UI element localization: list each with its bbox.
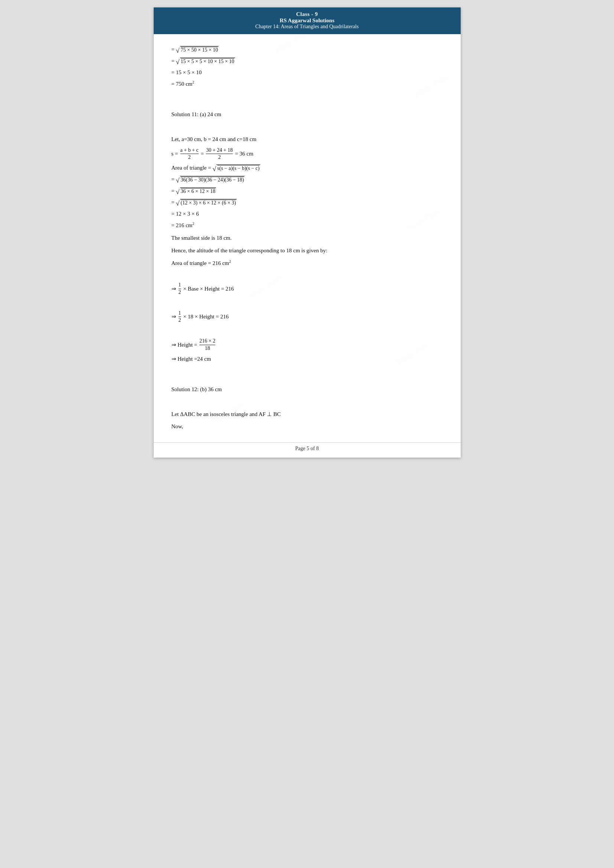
sol11-given: Let, a=30 cm, b = 24 cm and c=18 cm bbox=[172, 135, 443, 144]
cont-line-3: = 15 × 5 × 10 bbox=[172, 68, 443, 78]
cont-line-4: = 750 cm2 bbox=[172, 79, 443, 89]
sol11-text2: Hence, the altitude of the triangle corr… bbox=[172, 246, 443, 256]
sol11-area-value: Area of triangle = 216 cm2 bbox=[172, 258, 443, 268]
solution11-section: Solution 11: (a) 24 cm Let, a=30 cm, b =… bbox=[172, 110, 443, 364]
sol11-step-b: ⇒ 1 2 × 18 × Height = 216 bbox=[172, 310, 443, 324]
sol11-step-c: ⇒ Height = 216 × 2 18 bbox=[172, 338, 443, 352]
solution12-heading: Solution 12: (b) 36 cm bbox=[172, 384, 443, 394]
solution12-answer: (b) 36 cm bbox=[200, 386, 222, 392]
book-label: RS Aggarwal Solutions bbox=[161, 17, 453, 24]
solution11-answer: (a) 24 cm bbox=[200, 111, 221, 117]
sol12-line1: Let ΔABC be an isosceles triangle and AF… bbox=[172, 410, 443, 419]
page-number: Page 5 of 8 bbox=[295, 446, 318, 451]
chapter-label: Chapter 14: Areas of Triangles and Quadr… bbox=[161, 24, 453, 30]
page: Study Path Study Path Study Path Study P… bbox=[154, 8, 460, 457]
sol11-step-a: ⇒ 1 2 × Base × Height = 216 bbox=[172, 282, 443, 296]
sol11-step5: = 216 cm2 bbox=[172, 220, 443, 231]
sol11-s-formula: s = a + b + c 2 = 30 + 24 + 18 2 = 36 cm bbox=[172, 147, 443, 161]
solution11-label: Solution 11: bbox=[172, 111, 198, 117]
cont-line-2: = √15 × 5 × 5 × 10 × 15 × 10 bbox=[172, 56, 443, 66]
solution11-heading: Solution 11: (a) 24 cm bbox=[172, 110, 443, 119]
page-footer: Page 5 of 8 bbox=[154, 442, 460, 452]
sol11-step2: = √36 × 6 × 12 × 18 bbox=[172, 186, 443, 196]
page-header: Class - 9 RS Aggarwal Solutions Chapter … bbox=[154, 8, 460, 34]
solution12-section: Solution 12: (b) 36 cm Let ΔABC be an is… bbox=[172, 384, 443, 432]
sol11-step4: = 12 × 3 × 6 bbox=[172, 209, 443, 219]
sol11-step1: = √36(36 − 30)(36 − 24)(36 − 18) bbox=[172, 174, 443, 184]
class-label: Class - 9 bbox=[161, 11, 453, 17]
cont-line-1: = √75 × 50 × 15 × 10 bbox=[172, 45, 443, 54]
continuation-section: = √75 × 50 × 15 × 10 = √15 × 5 × 5 × 10 … bbox=[172, 45, 443, 89]
sol12-line2: Now, bbox=[172, 422, 443, 432]
sol11-step3: = √(12 × 3) × 6 × 12 × (6 × 3) bbox=[172, 197, 443, 208]
sol11-step-d: ⇒ Height =24 cm bbox=[172, 354, 443, 364]
page-content: = √75 × 50 × 15 × 10 = √15 × 5 × 5 × 10 … bbox=[154, 34, 460, 457]
solution12-label: Solution 12: bbox=[172, 386, 199, 392]
sol11-text1: The smallest side is 18 cm. bbox=[172, 233, 443, 243]
sol11-area-formula: Area of triangle = √s(s − a)(s − b)(s − … bbox=[172, 163, 443, 173]
